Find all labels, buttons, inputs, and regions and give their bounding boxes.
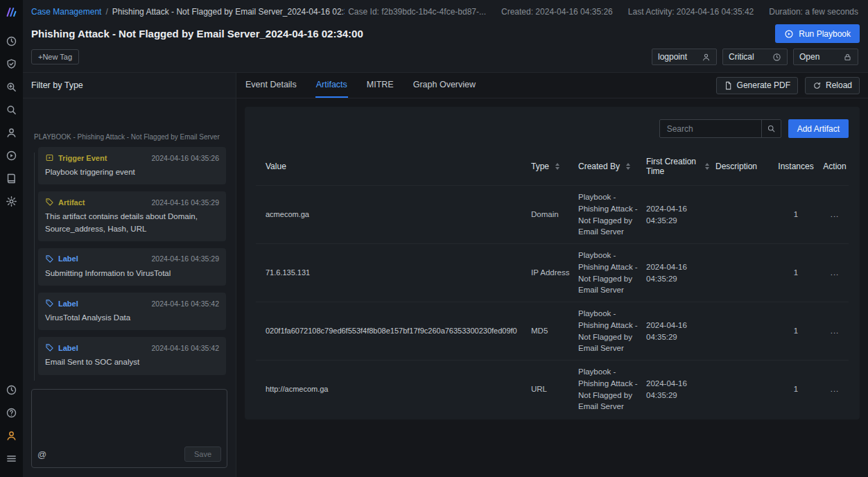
play-circle-icon: [784, 29, 794, 39]
artifact-value: acmecom.ga: [256, 209, 526, 220]
nav-account-button[interactable]: [6, 430, 17, 442]
book-icon: [6, 173, 17, 184]
comment-toolbar: @ Save: [32, 442, 227, 467]
tab-actions: Generate PDF Reload: [716, 77, 860, 94]
artifacts-toolbar: Add Artifact: [256, 119, 849, 148]
row-actions-button[interactable]: ...: [821, 325, 849, 337]
label-tag-icon: [45, 299, 54, 308]
search-button[interactable]: [761, 120, 781, 137]
timeline-panel: Filter by Type PLAYBOOK - Phishing Attac…: [23, 73, 236, 477]
artifact-tag-icon: [45, 198, 54, 207]
row-actions-button[interactable]: ...: [821, 209, 849, 220]
column-type[interactable]: Type: [531, 162, 573, 171]
tab-artifacts[interactable]: Artifacts: [315, 73, 348, 98]
artifact-type: MD5: [531, 325, 573, 337]
case-created: Created: 2024-04-16 04:35:26: [501, 7, 613, 17]
event-description: Submitting Information to VirusTotal: [45, 268, 219, 279]
artifact-value: 020f1fa6072108c79ed6f553f4f8b08e157bf17f…: [256, 326, 526, 337]
page-title: Phishing Attack - Not Flagged by Email S…: [31, 28, 363, 40]
artifact-instances: 1: [776, 383, 815, 395]
event-description: This artifact contains details about Dom…: [45, 211, 219, 235]
event-description: Email Sent to SOC analyst: [45, 356, 219, 368]
column-description: Description: [715, 162, 771, 171]
sidebar-rail-bottom: [6, 379, 17, 470]
trigger-event-icon: [45, 153, 54, 162]
artifact-first-creation-time: 2024-04-16 04:35:29: [646, 378, 710, 401]
table-row[interactable]: acmecom.ga Domain Playbook - Phishing At…: [256, 185, 849, 243]
search-input[interactable]: [660, 120, 761, 137]
artifact-created-by: Playbook - Phishing Attack - Not Flagged…: [578, 191, 641, 238]
artifact-instances: 1: [776, 267, 815, 279]
title-bar: Phishing Attack - Not Flagged by Email S…: [23, 24, 868, 46]
table-row[interactable]: 020f1fa6072108c79ed6f553f4f8b08e157bf17f…: [256, 302, 849, 360]
timeline-event-artifact[interactable]: Artifact 2024-04-16 04:35:29 This artifa…: [38, 191, 226, 241]
search-icon: [6, 104, 17, 116]
table-row[interactable]: http://acmecom.ga URL Playbook - Phishin…: [256, 360, 849, 418]
logpoint-logo: [5, 6, 18, 19]
tab-event-details[interactable]: Event Details: [245, 73, 297, 98]
timeline-event-label[interactable]: Label 2024-04-16 04:35:42 VirusTotal Ana…: [38, 293, 226, 330]
case-id: Case Id: f2b39bdc-1b4c-4fce-bd87-...: [348, 7, 486, 17]
breadcrumb-case-management[interactable]: Case Management: [31, 7, 101, 17]
timeline-event-label[interactable]: Label 2024-04-16 04:35:42 Email Sent to …: [38, 337, 226, 374]
reload-button[interactable]: Reload: [805, 77, 860, 94]
nav-history-button[interactable]: [6, 384, 17, 396]
help-icon: [6, 407, 17, 419]
case-controls: logpoint Critical Open: [652, 49, 858, 65]
nav-search-button[interactable]: [6, 104, 17, 116]
tab-mitre[interactable]: MITRE: [366, 73, 394, 98]
filter-by-type[interactable]: Filter by Type: [23, 73, 236, 98]
timeline-list: PLAYBOOK - Phishing Attack - Not Flagged…: [23, 98, 236, 381]
comment-box: @ Save: [31, 389, 227, 468]
artifacts-table-header: Value Type Created By First Creation Tim…: [256, 148, 849, 185]
severity-select[interactable]: Critical: [722, 49, 788, 65]
artifact-type: Domain: [531, 209, 573, 220]
nav-cases-button[interactable]: [6, 58, 17, 70]
row-actions-button[interactable]: ...: [821, 267, 849, 279]
assignee-select[interactable]: logpoint: [652, 49, 717, 65]
nav-incidents-button[interactable]: [6, 35, 17, 47]
artifact-search: [659, 119, 781, 138]
artifact-created-by: Playbook - Phishing Attack - Not Flagged…: [578, 366, 641, 413]
column-value: Value: [256, 162, 526, 171]
column-created-by[interactable]: Created By: [578, 162, 641, 171]
generate-pdf-button[interactable]: Generate PDF: [716, 77, 798, 94]
column-first-creation-time[interactable]: First Creation Time: [646, 157, 710, 176]
event-type: Label: [58, 344, 78, 352]
status-select[interactable]: Open: [793, 49, 858, 65]
run-playbook-button[interactable]: Run Playbook: [775, 24, 860, 43]
tab-graph-overview[interactable]: Graph Overview: [413, 73, 476, 98]
comment-input[interactable]: [32, 390, 227, 442]
nav-users-button[interactable]: [6, 127, 17, 139]
nav-menu-button[interactable]: [6, 453, 17, 465]
timeline-event-label[interactable]: Label 2024-04-16 04:35:29 Submitting Inf…: [38, 248, 226, 286]
sort-icon[interactable]: [626, 163, 630, 170]
event-description: VirusTotal Analysis Data: [45, 312, 219, 324]
table-row[interactable]: 71.6.135.131 IP Address Playbook - Phish…: [256, 243, 849, 302]
row-actions-button[interactable]: ...: [821, 383, 849, 395]
event-time: 2024-04-16 04:35:26: [152, 154, 220, 162]
nav-playbooks-button[interactable]: [6, 150, 17, 162]
timeline-event-trigger[interactable]: Trigger Event 2024-04-16 04:35:26 Playbo…: [38, 147, 226, 184]
add-artifact-button[interactable]: Add Artifact: [788, 119, 849, 138]
event-type: Artifact: [58, 198, 85, 207]
mention-button[interactable]: @: [37, 449, 46, 460]
breadcrumb-current-case: Phishing Attack - Not Flagged by Email S…: [112, 7, 345, 17]
artifact-first-creation-time: 2024-04-16 04:35:29: [646, 320, 710, 342]
nav-settings-button[interactable]: [6, 196, 17, 207]
save-comment-button[interactable]: Save: [184, 446, 221, 462]
nav-hunt-button[interactable]: [6, 81, 17, 93]
new-tag-button[interactable]: +New Tag: [31, 49, 79, 64]
top-bar: Case Management / Phishing Attack - Not …: [23, 0, 868, 24]
sort-icon[interactable]: [705, 163, 709, 170]
sort-icon[interactable]: [555, 163, 559, 170]
nav-reports-button[interactable]: [6, 173, 17, 184]
artifact-created-by: Playbook - Phishing Attack - Not Flagged…: [578, 250, 641, 296]
event-description: Playbook triggering event: [45, 166, 219, 178]
clock-icon: [6, 384, 17, 396]
nav-help-button[interactable]: [6, 407, 17, 419]
user-icon: [6, 430, 17, 442]
case-duration: Duration: a few seconds: [769, 7, 858, 17]
label-tag-icon: [45, 254, 54, 263]
gear-icon: [6, 196, 17, 207]
